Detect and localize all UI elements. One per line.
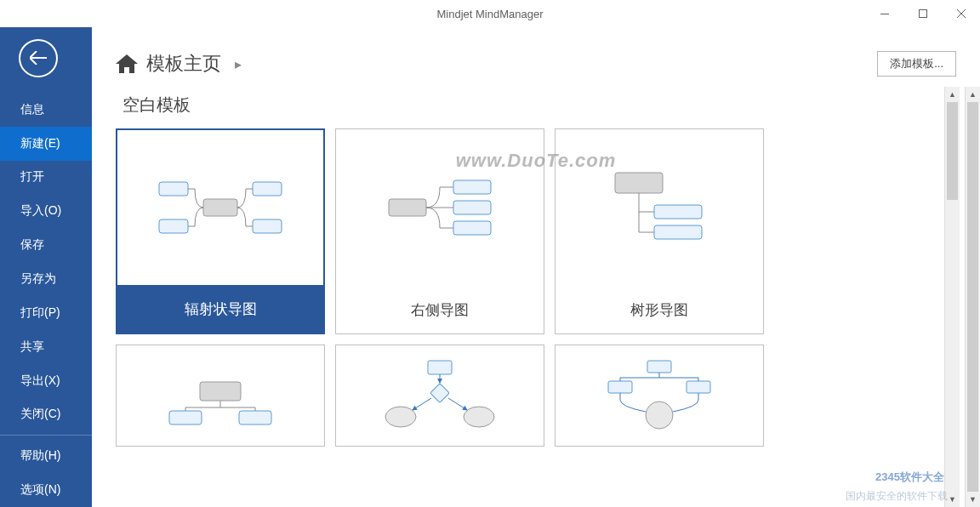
sidebar-item-saveas[interactable]: 另存为 — [0, 262, 92, 296]
chevron-right-icon: ▸ — [235, 56, 242, 72]
add-template-button[interactable]: 添加模板... — [877, 51, 956, 77]
svg-rect-17 — [428, 361, 452, 374]
scroll-track[interactable] — [945, 102, 960, 492]
scroll-thumb[interactable] — [967, 102, 978, 492]
close-button[interactable] — [942, 0, 980, 27]
svg-rect-4 — [159, 219, 188, 233]
svg-rect-16 — [239, 411, 271, 424]
svg-rect-0 — [880, 14, 889, 14]
svg-rect-5 — [253, 182, 282, 196]
scroll-up-icon[interactable]: ▲ — [945, 87, 960, 102]
inner-scrollbar[interactable]: ▲ ▼ — [944, 87, 960, 507]
sidebar-item-print[interactable]: 打印(P) — [0, 296, 92, 330]
svg-rect-18 — [430, 384, 450, 403]
svg-rect-13 — [654, 225, 702, 239]
svg-rect-3 — [159, 182, 188, 196]
template-preview — [117, 345, 324, 446]
svg-point-24 — [646, 402, 673, 429]
template-preview — [336, 345, 544, 446]
content-header: 模板主页 ▸ 添加模板... — [92, 27, 980, 87]
breadcrumb-title[interactable]: 模板主页 — [146, 51, 221, 77]
scroll-down-icon[interactable]: ▼ — [945, 492, 960, 507]
scroll-up-icon[interactable]: ▲ — [966, 87, 980, 102]
svg-rect-22 — [608, 381, 632, 393]
titlebar: Mindjet MindManager — [0, 0, 980, 27]
template-card-5[interactable] — [335, 345, 544, 447]
sidebar-item-import[interactable]: 导入(O) — [0, 194, 92, 228]
scroll-track[interactable] — [966, 102, 980, 492]
svg-point-19 — [385, 407, 416, 427]
close-icon — [957, 9, 966, 18]
sidebar-item-info[interactable]: 信息 — [0, 93, 92, 127]
minimize-button[interactable] — [865, 0, 903, 27]
home-icon[interactable] — [116, 54, 138, 73]
svg-rect-23 — [687, 381, 710, 393]
template-preview — [556, 129, 763, 286]
sidebar-divider — [0, 435, 92, 436]
outer-scrollbar[interactable]: ▲ ▼ — [965, 87, 980, 507]
svg-rect-21 — [647, 361, 671, 373]
template-label: 树形导图 — [556, 286, 763, 333]
sidebar-item-share[interactable]: 共享 — [0, 330, 92, 364]
minimize-icon — [880, 14, 889, 14]
svg-rect-10 — [453, 221, 491, 235]
template-preview — [556, 345, 763, 446]
sidebar-item-options[interactable]: 选项(N) — [0, 473, 92, 507]
svg-rect-12 — [654, 205, 702, 219]
svg-rect-6 — [253, 219, 282, 233]
template-card-right[interactable]: 右侧导图 — [335, 128, 544, 334]
content: 模板主页 ▸ 添加模板... 空白模板 — [92, 27, 980, 507]
sidebar-item-open[interactable]: 打开 — [0, 161, 92, 195]
sidebar: 信息 新建(E) 打开 导入(O) 保存 另存为 打印(P) 共享 导出(X) … — [0, 27, 92, 507]
sidebar-item-help[interactable]: 帮助(H) — [0, 439, 92, 473]
svg-rect-7 — [389, 199, 426, 216]
template-grid: 辐射状导图 — [116, 128, 944, 334]
svg-rect-9 — [453, 201, 491, 214]
maximize-button[interactable] — [903, 0, 942, 27]
svg-rect-1 — [919, 10, 926, 18]
template-card-radial[interactable]: 辐射状导图 — [116, 128, 325, 334]
svg-rect-11 — [615, 173, 663, 193]
template-preview — [336, 129, 544, 286]
sidebar-item-save[interactable]: 保存 — [0, 228, 92, 262]
template-grid-row2 — [116, 345, 944, 447]
back-arrow-icon — [30, 51, 47, 65]
svg-point-20 — [464, 407, 494, 427]
template-label: 辐射状导图 — [117, 285, 323, 333]
maximize-icon — [919, 9, 927, 18]
template-card-tree[interactable]: 树形导图 — [555, 128, 764, 334]
window-title: Mindjet MindManager — [436, 8, 543, 20]
sidebar-item-export[interactable]: 导出(X) — [0, 364, 92, 398]
back-button[interactable] — [19, 39, 58, 77]
template-preview — [117, 130, 323, 285]
svg-rect-15 — [169, 411, 202, 424]
svg-rect-14 — [200, 382, 241, 401]
template-card-4[interactable] — [116, 345, 325, 447]
sidebar-item-close[interactable]: 关闭(C) — [0, 397, 92, 431]
svg-rect-2 — [203, 199, 237, 216]
template-label: 右侧导图 — [336, 286, 544, 333]
scroll-thumb[interactable] — [947, 102, 958, 200]
breadcrumb: 模板主页 ▸ — [116, 51, 242, 77]
sidebar-item-new[interactable]: 新建(E) — [0, 127, 92, 161]
svg-rect-8 — [453, 180, 491, 194]
scroll-down-icon[interactable]: ▼ — [966, 492, 980, 507]
window-controls — [865, 0, 980, 27]
section-title: 空白模板 — [122, 94, 944, 117]
template-card-6[interactable] — [555, 345, 764, 447]
